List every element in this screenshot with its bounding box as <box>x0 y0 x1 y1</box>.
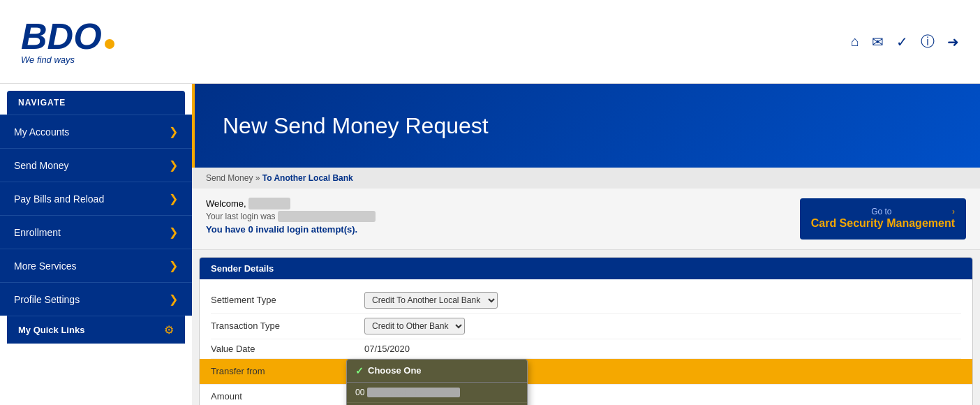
chevron-right-icon: ❯ <box>169 259 178 272</box>
page-title: New Send Money Request <box>223 113 489 139</box>
page-banner: New Send Money Request <box>192 84 980 168</box>
content-area: New Send Money Request Send Money » To A… <box>192 84 980 405</box>
user-name-masked <box>248 198 290 209</box>
logo: B D O We find ways <box>21 18 114 65</box>
card-security-button[interactable]: Go to › Card Security Management <box>800 198 966 240</box>
sidebar-item-my-accounts[interactable]: My Accounts ❯ <box>0 115 192 148</box>
check-icon[interactable]: ✓ <box>896 34 908 50</box>
sidebar-item-label: Pay Bills and Reload <box>14 193 104 205</box>
transaction-type-select[interactable]: Credit to Other Bank <box>364 318 465 334</box>
breadcrumb: Send Money » To Another Local Bank <box>192 168 980 189</box>
sidebar-item-more-services[interactable]: More Services ❯ <box>0 249 192 282</box>
chevron-right-icon: ❯ <box>169 226 178 239</box>
welcome-text: Welcome, Your last login was You have 0 … <box>206 198 376 235</box>
breadcrumb-parent[interactable]: Send Money <box>206 173 253 183</box>
breadcrumb-current: To Another Local Bank <box>262 173 353 183</box>
chevron-right-icon: ❯ <box>169 293 178 306</box>
sidebar-item-label: Profile Settings <box>14 294 80 305</box>
navigate-label: NAVIGATE <box>7 91 185 115</box>
choose-one-label: ✓ Choose One <box>347 360 527 383</box>
sidebar-item-label: Send Money <box>14 160 69 171</box>
transfer-from-dropdown[interactable]: ✓ Choose One 00 CA-PHP- 00 SA-PHP- <box>346 359 528 405</box>
amount-row: Amount <box>211 385 961 405</box>
welcome-greeting: Welcome, <box>206 198 376 209</box>
gear-icon[interactable]: ⚙ <box>164 323 174 337</box>
logo-dot <box>105 39 114 49</box>
amount-label: Amount <box>211 391 364 402</box>
sidebar-item-send-money[interactable]: Send Money ❯ <box>0 148 192 182</box>
header-icons: ⌂ ✉ ✓ ⓘ ➜ <box>851 32 959 51</box>
sender-details-form: Sender Details Settlement Type Credit To… <box>199 257 973 405</box>
dropdown-option-1[interactable]: 00 CA-PHP- <box>347 383 527 403</box>
transaction-type-value: Credit to Other Bank <box>364 318 961 334</box>
settlement-type-value: Credit To Another Local Bank <box>364 292 961 309</box>
card-security-title: Card Security Management <box>811 216 955 231</box>
logout-icon[interactable]: ➜ <box>947 34 959 50</box>
form-header: Sender Details <box>200 258 972 279</box>
sidebar-item-label: My Accounts <box>14 126 69 138</box>
main-layout: NAVIGATE My Accounts ❯ Send Money ❯ Pay … <box>0 84 980 405</box>
breadcrumb-separator: » <box>255 173 262 183</box>
checkmark-icon: ✓ <box>355 365 364 376</box>
logo-letter-d: D <box>47 18 74 54</box>
settlement-type-row: Settlement Type Credit To Another Local … <box>211 288 961 314</box>
settlement-type-select[interactable]: Credit To Another Local Bank <box>364 292 498 309</box>
logo-tagline: We find ways <box>21 54 75 65</box>
invalid-login-text: You have 0 invalid login attempt(s). <box>206 224 376 235</box>
logo-letter-b: B <box>21 18 47 54</box>
value-date-label: Value Date <box>211 344 364 354</box>
value-date-value: 07/15/2020 <box>364 344 961 354</box>
account-code-1: 00 <box>355 388 364 397</box>
chevron-right-icon: ❯ <box>169 125 178 138</box>
last-login-masked <box>278 211 376 222</box>
sidebar-item-label: Enrollment <box>14 227 61 238</box>
value-date-row: Value Date 07/15/2020 <box>211 339 961 359</box>
chevron-right-icon: ❯ <box>169 159 178 172</box>
account-detail-1: CA-PHP- <box>367 388 460 397</box>
logo-letter-o: O <box>73 18 101 54</box>
info-icon[interactable]: ⓘ <box>921 32 935 51</box>
quick-links-label: My Quick Links <box>18 325 84 335</box>
form-body: Settlement Type Credit To Another Local … <box>200 279 972 405</box>
mail-icon[interactable]: ✉ <box>872 34 884 50</box>
last-login: Your last login was <box>206 212 376 221</box>
sidebar-item-enrollment[interactable]: Enrollment ❯ <box>0 215 192 249</box>
quick-links-bar[interactable]: My Quick Links ⚙ <box>7 316 185 344</box>
settlement-type-label: Settlement Type <box>211 295 364 305</box>
home-icon[interactable]: ⌂ <box>851 34 859 50</box>
welcome-section: Welcome, Your last login was You have 0 … <box>192 189 980 250</box>
sidebar-item-profile-settings[interactable]: Profile Settings ❯ <box>0 282 192 316</box>
transaction-type-label: Transaction Type <box>211 321 364 331</box>
transaction-type-row: Transaction Type Credit to Other Bank <box>211 314 961 339</box>
card-security-go-to: Go to › <box>811 207 955 216</box>
transfer-from-row: Transfer from Choose One ✓ Choose One <box>200 359 972 385</box>
header: B D O We find ways ⌂ ✉ ✓ ⓘ ➜ <box>0 0 980 84</box>
sidebar-item-pay-bills[interactable]: Pay Bills and Reload ❯ <box>0 182 192 215</box>
sidebar-item-label: More Services <box>14 260 76 272</box>
chevron-right-icon: ❯ <box>169 192 178 205</box>
transfer-from-label: Transfer from <box>211 366 364 376</box>
sidebar: NAVIGATE My Accounts ❯ Send Money ❯ Pay … <box>0 84 192 405</box>
